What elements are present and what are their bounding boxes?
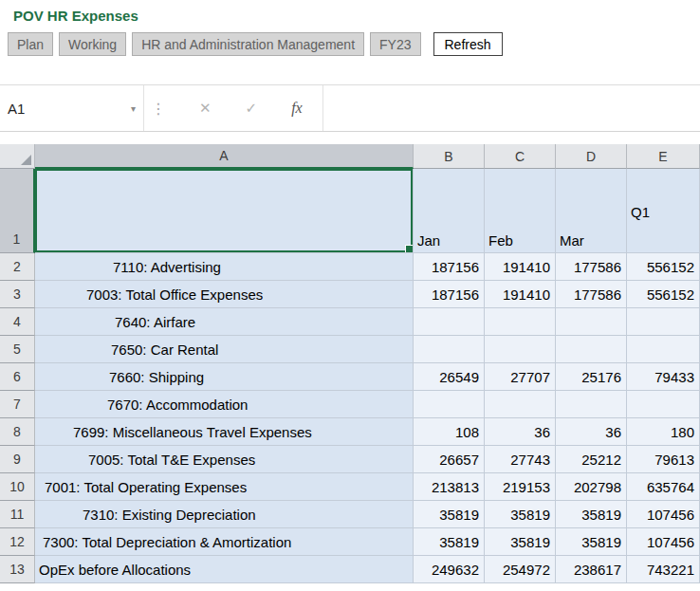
member-cell-row-3[interactable]: 7003: Total Office Expenses xyxy=(35,281,414,308)
data-cell-r4-c2[interactable] xyxy=(485,308,556,336)
data-cell-r4-c4[interactable] xyxy=(627,308,700,336)
data-cell-r12-c3[interactable]: 35819 xyxy=(556,528,627,556)
row-header-10[interactable]: 10 xyxy=(0,473,35,501)
data-cell-r5-c1[interactable] xyxy=(414,336,485,363)
selected-cell-a1[interactable] xyxy=(35,169,414,253)
row-header-2[interactable]: 2 xyxy=(0,253,35,281)
pov-version-button[interactable]: Working xyxy=(59,32,126,56)
data-cell-r8-c2[interactable]: 36 xyxy=(485,418,556,446)
data-cell-r13-c2[interactable]: 254972 xyxy=(485,556,556,583)
data-cell-r12-c4[interactable]: 107456 xyxy=(627,528,700,556)
data-cell-r3-c1[interactable]: 187156 xyxy=(414,281,485,308)
pov-year-button[interactable]: FY23 xyxy=(370,32,420,56)
name-box-value: A1 xyxy=(8,101,25,117)
row-header-3[interactable]: 3 xyxy=(0,281,35,308)
column-header-b[interactable]: B xyxy=(414,144,485,169)
member-cell-row-11[interactable]: 7310: Existing Depreciation xyxy=(35,501,414,528)
member-cell-row-8[interactable]: 7699: Miscellaneous Travel Expenses xyxy=(35,418,414,446)
formula-input[interactable] xyxy=(323,85,700,131)
data-cell-r7-c4[interactable] xyxy=(627,391,700,418)
row-header-6[interactable]: 6 xyxy=(0,363,35,391)
data-cell-r4-c3[interactable] xyxy=(556,308,627,336)
data-cell-r6-c4[interactable]: 79433 xyxy=(627,363,700,391)
row-header-7[interactable]: 7 xyxy=(0,391,35,418)
formula-bar-resize-handle-icon[interactable]: ⋮ xyxy=(144,85,173,131)
data-cell-r11-c3[interactable]: 35819 xyxy=(556,501,627,528)
data-cell-r7-c1[interactable] xyxy=(414,391,485,418)
name-box-dropdown-icon[interactable]: ▾ xyxy=(131,103,136,114)
column-header-c[interactable]: C xyxy=(485,144,556,169)
data-cell-r8-c4[interactable]: 180 xyxy=(627,418,700,446)
member-cell-row-6[interactable]: 7660: Shipping xyxy=(35,363,414,391)
column-header-e[interactable]: E xyxy=(627,144,700,169)
cell-b1-jan[interactable]: Jan xyxy=(414,169,485,253)
cell-c1-feb[interactable]: Feb xyxy=(485,169,556,253)
refresh-button[interactable]: Refresh xyxy=(433,32,503,56)
data-cell-r7-c3[interactable] xyxy=(556,391,627,418)
data-cell-r6-c2[interactable]: 27707 xyxy=(485,363,556,391)
member-cell-row-9[interactable]: 7005: Total T&E Expenses xyxy=(35,446,414,473)
insert-function-icon[interactable]: fx xyxy=(291,100,303,117)
pov-scenario-button[interactable]: Plan xyxy=(8,32,53,56)
cell-name-box[interactable]: A1 ▾ xyxy=(0,85,144,131)
pov-toolbar: Plan Working HR and Administration Manag… xyxy=(8,32,700,56)
member-cell-row-12[interactable]: 7300: Total Depreciation & Amortization xyxy=(35,528,414,556)
data-cell-r9-c2[interactable]: 27743 xyxy=(485,446,556,473)
data-cell-r5-c3[interactable] xyxy=(556,336,627,363)
member-cell-row-13[interactable]: OpEx before Allocations xyxy=(35,556,414,583)
row-header-12[interactable]: 12 xyxy=(0,528,35,556)
application-window: POV HR Expenses Plan Working HR and Admi… xyxy=(0,0,700,583)
column-header-d[interactable]: D xyxy=(556,144,627,169)
data-cell-r10-c1[interactable]: 213813 xyxy=(414,473,485,501)
member-cell-row-10[interactable]: 7001: Total Operating Expenses xyxy=(35,473,414,501)
member-cell-row-7[interactable]: 7670: Accommodation xyxy=(35,391,414,418)
data-cell-r6-c3[interactable]: 25176 xyxy=(556,363,627,391)
data-cell-r2-c1[interactable]: 187156 xyxy=(414,253,485,281)
member-cell-row-2[interactable]: 7110: Advertising xyxy=(35,253,414,281)
data-cell-r8-c1[interactable]: 108 xyxy=(414,418,485,446)
data-cell-r6-c1[interactable]: 26549 xyxy=(414,363,485,391)
data-cell-r9-c3[interactable]: 25212 xyxy=(556,446,627,473)
formula-bar-divider xyxy=(303,85,323,131)
data-cell-r10-c4[interactable]: 635764 xyxy=(627,473,700,501)
data-cell-r3-c2[interactable]: 191410 xyxy=(485,281,556,308)
data-cell-r5-c2[interactable] xyxy=(485,336,556,363)
data-cell-r3-c4[interactable]: 556152 xyxy=(627,281,700,308)
data-cell-r11-c2[interactable]: 35819 xyxy=(485,501,556,528)
data-cell-r3-c3[interactable]: 177586 xyxy=(556,281,627,308)
data-cell-r11-c1[interactable]: 35819 xyxy=(414,501,485,528)
row-header-11[interactable]: 11 xyxy=(0,501,35,528)
data-cell-r13-c4[interactable]: 743221 xyxy=(627,556,700,583)
data-cell-r2-c3[interactable]: 177586 xyxy=(556,253,627,281)
row-header-4[interactable]: 4 xyxy=(0,308,35,336)
data-cell-r12-c1[interactable]: 35819 xyxy=(414,528,485,556)
row-header-5[interactable]: 5 xyxy=(0,336,35,363)
data-cell-r5-c4[interactable] xyxy=(627,336,700,363)
column-header-a[interactable]: A xyxy=(35,144,414,169)
data-cell-r13-c3[interactable]: 238617 xyxy=(556,556,627,583)
data-cell-r4-c1[interactable] xyxy=(414,308,485,336)
row-header-1[interactable]: 1 xyxy=(0,169,35,253)
member-cell-row-4[interactable]: 7640: Airfare xyxy=(35,308,414,336)
data-cell-r13-c1[interactable]: 249632 xyxy=(414,556,485,583)
data-cell-r10-c3[interactable]: 202798 xyxy=(556,473,627,501)
cancel-icon[interactable]: ✕ xyxy=(199,100,212,117)
cell-e1-q1[interactable]: Q1 xyxy=(627,169,700,253)
cell-d1-mar[interactable]: Mar xyxy=(556,169,627,253)
data-cell-r10-c2[interactable]: 219153 xyxy=(485,473,556,501)
data-cell-r8-c3[interactable]: 36 xyxy=(556,418,627,446)
row-header-8[interactable]: 8 xyxy=(0,418,35,446)
member-cell-row-5[interactable]: 7650: Car Rental xyxy=(35,336,414,363)
data-cell-r11-c4[interactable]: 107456 xyxy=(627,501,700,528)
data-cell-r2-c4[interactable]: 556152 xyxy=(627,253,700,281)
data-cell-r7-c2[interactable] xyxy=(485,391,556,418)
pov-entity-button[interactable]: HR and Administration Management xyxy=(132,32,364,56)
data-cell-r9-c4[interactable]: 79613 xyxy=(627,446,700,473)
row-header-9[interactable]: 9 xyxy=(0,446,35,473)
data-cell-r12-c2[interactable]: 35819 xyxy=(485,528,556,556)
data-cell-r2-c2[interactable]: 191410 xyxy=(485,253,556,281)
data-cell-r9-c1[interactable]: 26657 xyxy=(414,446,485,473)
select-all-corner[interactable] xyxy=(0,144,35,169)
enter-icon[interactable]: ✓ xyxy=(246,100,258,117)
row-header-13[interactable]: 13 xyxy=(0,556,35,583)
